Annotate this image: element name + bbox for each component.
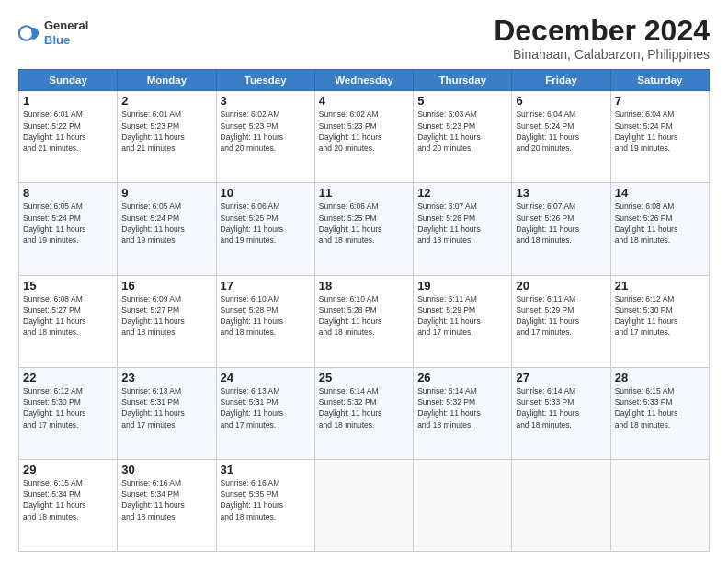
logo-general: General [44, 18, 88, 33]
calendar-table: SundayMondayTuesdayWednesdayThursdayFrid… [18, 69, 710, 552]
calendar-week-4: 22Sunrise: 6:12 AM Sunset: 5:30 PM Dayli… [19, 367, 710, 459]
calendar-day-15: 15Sunrise: 6:08 AM Sunset: 5:27 PM Dayli… [19, 275, 118, 367]
calendar-day-25: 25Sunrise: 6:14 AM Sunset: 5:32 PM Dayli… [314, 367, 413, 459]
calendar-week-3: 15Sunrise: 6:08 AM Sunset: 5:27 PM Dayli… [19, 275, 710, 367]
location: Binahaan, Calabarzon, Philippines [494, 47, 710, 62]
calendar-day-3: 3Sunrise: 6:02 AM Sunset: 5:23 PM Daylig… [216, 91, 314, 183]
month-title: December 2024 [494, 15, 710, 47]
calendar-empty [414, 459, 512, 551]
calendar-header-friday: Friday [512, 70, 610, 91]
calendar-day-22: 22Sunrise: 6:12 AM Sunset: 5:30 PM Dayli… [19, 367, 118, 459]
calendar-day-4: 4Sunrise: 6:02 AM Sunset: 5:23 PM Daylig… [314, 91, 413, 183]
svg-point-0 [19, 26, 33, 40]
calendar-day-9: 9Sunrise: 6:05 AM Sunset: 5:24 PM Daylig… [118, 183, 216, 275]
calendar-day-10: 10Sunrise: 6:06 AM Sunset: 5:25 PM Dayli… [216, 183, 314, 275]
calendar-day-26: 26Sunrise: 6:14 AM Sunset: 5:32 PM Dayli… [414, 367, 512, 459]
calendar-empty [314, 459, 413, 551]
calendar-day-31: 31Sunrise: 6:16 AM Sunset: 5:35 PM Dayli… [216, 459, 314, 551]
calendar-day-11: 11Sunrise: 6:06 AM Sunset: 5:25 PM Dayli… [314, 183, 413, 275]
calendar-day-23: 23Sunrise: 6:13 AM Sunset: 5:31 PM Dayli… [118, 367, 216, 459]
calendar-day-27: 27Sunrise: 6:14 AM Sunset: 5:33 PM Dayli… [512, 367, 610, 459]
calendar-header-wednesday: Wednesday [314, 70, 413, 91]
calendar-header-row: SundayMondayTuesdayWednesdayThursdayFrid… [19, 70, 710, 91]
calendar-day-14: 14Sunrise: 6:08 AM Sunset: 5:26 PM Dayli… [610, 183, 709, 275]
calendar-day-17: 17Sunrise: 6:10 AM Sunset: 5:28 PM Dayli… [216, 275, 314, 367]
calendar-day-5: 5Sunrise: 6:03 AM Sunset: 5:23 PM Daylig… [414, 91, 512, 183]
calendar-week-2: 8Sunrise: 6:05 AM Sunset: 5:24 PM Daylig… [19, 183, 710, 275]
calendar-day-30: 30Sunrise: 6:16 AM Sunset: 5:34 PM Dayli… [118, 459, 216, 551]
logo-icon [18, 22, 40, 44]
calendar-day-8: 8Sunrise: 6:05 AM Sunset: 5:24 PM Daylig… [19, 183, 118, 275]
calendar-week-1: 1Sunrise: 6:01 AM Sunset: 5:22 PM Daylig… [19, 91, 710, 183]
calendar-day-13: 13Sunrise: 6:07 AM Sunset: 5:26 PM Dayli… [512, 183, 610, 275]
calendar-empty [512, 459, 610, 551]
calendar-day-29: 29Sunrise: 6:15 AM Sunset: 5:34 PM Dayli… [19, 459, 118, 551]
calendar-day-19: 19Sunrise: 6:11 AM Sunset: 5:29 PM Dayli… [414, 275, 512, 367]
calendar-day-28: 28Sunrise: 6:15 AM Sunset: 5:33 PM Dayli… [610, 367, 709, 459]
calendar-day-24: 24Sunrise: 6:13 AM Sunset: 5:31 PM Dayli… [216, 367, 314, 459]
calendar-day-21: 21Sunrise: 6:12 AM Sunset: 5:30 PM Dayli… [610, 275, 709, 367]
logo-text: General Blue [44, 18, 88, 47]
calendar-day-18: 18Sunrise: 6:10 AM Sunset: 5:28 PM Dayli… [314, 275, 413, 367]
logo-blue: Blue [44, 33, 88, 48]
calendar-header-sunday: Sunday [19, 70, 118, 91]
calendar-day-16: 16Sunrise: 6:09 AM Sunset: 5:27 PM Dayli… [118, 275, 216, 367]
calendar-header-saturday: Saturday [610, 70, 709, 91]
calendar-day-20: 20Sunrise: 6:11 AM Sunset: 5:29 PM Dayli… [512, 275, 610, 367]
calendar-day-7: 7Sunrise: 6:04 AM Sunset: 5:24 PM Daylig… [610, 91, 709, 183]
calendar-header-tuesday: Tuesday [216, 70, 314, 91]
calendar-day-6: 6Sunrise: 6:04 AM Sunset: 5:24 PM Daylig… [512, 91, 610, 183]
calendar-header-thursday: Thursday [414, 70, 512, 91]
calendar-empty [610, 459, 709, 551]
calendar-day-12: 12Sunrise: 6:07 AM Sunset: 5:26 PM Dayli… [414, 183, 512, 275]
title-block: December 2024 Binahaan, Calabarzon, Phil… [494, 15, 710, 62]
calendar-day-1: 1Sunrise: 6:01 AM Sunset: 5:22 PM Daylig… [19, 91, 118, 183]
page: General Blue December 2024 Binahaan, Cal… [0, 0, 728, 563]
calendar-day-2: 2Sunrise: 6:01 AM Sunset: 5:23 PM Daylig… [118, 91, 216, 183]
calendar-week-5: 29Sunrise: 6:15 AM Sunset: 5:34 PM Dayli… [19, 459, 710, 551]
header: General Blue December 2024 Binahaan, Cal… [18, 15, 710, 62]
logo: General Blue [18, 18, 88, 47]
calendar-header-monday: Monday [118, 70, 216, 91]
